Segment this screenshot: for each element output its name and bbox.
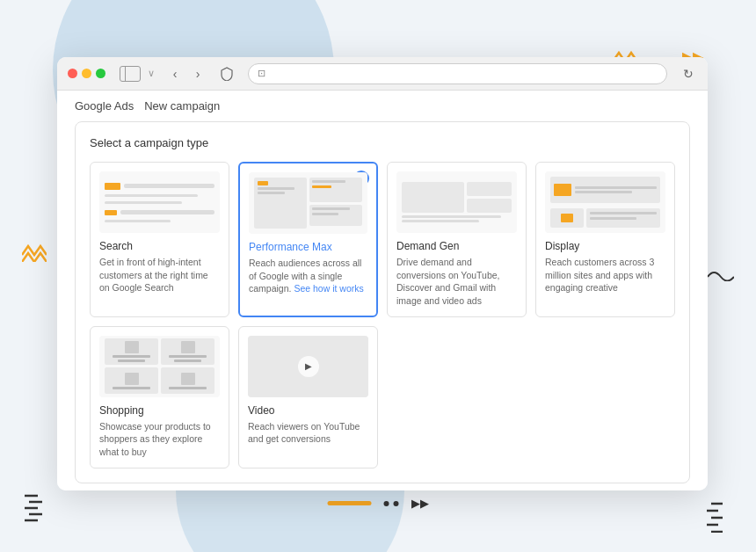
campaign-type-panel: Select a campaign type bbox=[75, 121, 690, 483]
card-desc-display: Reach customers across 3 million sites a… bbox=[545, 256, 665, 294]
card-desc-shopping: Showcase your products to shoppers as th… bbox=[99, 420, 220, 459]
dot-2 bbox=[394, 501, 399, 506]
card-thumbnail-perfmax bbox=[249, 172, 367, 234]
close-button[interactable] bbox=[68, 69, 77, 78]
campaign-card-perfmax[interactable]: ✓ bbox=[238, 162, 378, 317]
shield-icon bbox=[218, 65, 236, 83]
breadcrumb-current: New campaign bbox=[144, 99, 220, 113]
bottom-play-icon: ▶▶ bbox=[411, 497, 429, 510]
card-thumbnail-shopping bbox=[99, 336, 220, 397]
minimize-button[interactable] bbox=[82, 69, 91, 78]
campaign-card-demandgen[interactable]: Demand Gen Drive demand and conversions … bbox=[387, 162, 527, 317]
address-bar[interactable]: ⊡ bbox=[248, 63, 667, 84]
bottom-bar: ▶▶ bbox=[328, 497, 429, 510]
campaign-card-shopping[interactable]: Shopping Showcase your products to shopp… bbox=[90, 326, 229, 468]
main-content: Select a campaign type bbox=[57, 118, 708, 490]
address-bar-tab-icon: ⊡ bbox=[258, 68, 265, 79]
maximize-button[interactable] bbox=[96, 69, 105, 78]
bottom-orange-indicator bbox=[328, 501, 372, 505]
browser-nav: ‹ › bbox=[165, 64, 207, 84]
card-thumbnail-search bbox=[99, 171, 220, 233]
card-title-shopping: Shopping bbox=[99, 404, 220, 417]
sidebar-toggle-button[interactable] bbox=[120, 66, 141, 82]
browser-window: ∨ ‹ › ⊡ ↻ Google Ads New campaign Select… bbox=[57, 57, 708, 490]
bottom-dots bbox=[384, 501, 399, 506]
nav-back-button[interactable]: ‹ bbox=[165, 64, 185, 84]
sidebar-chevron-icon: ∨ bbox=[148, 68, 155, 79]
campaign-card-grid-row1: Search Get in front of high-intent custo… bbox=[90, 162, 675, 317]
card-desc-video: Reach viewers on YouTube and get convers… bbox=[248, 420, 368, 446]
card-title-search: Search bbox=[99, 240, 220, 252]
card-link-perfmax[interactable]: See how it works bbox=[294, 283, 363, 294]
video-play-icon: ▶ bbox=[298, 356, 319, 377]
card-title-perfmax: Performance Max bbox=[249, 241, 367, 253]
card-desc-perfmax: Reach audiences across all of Google wit… bbox=[249, 257, 367, 295]
browser-toolbar: ∨ ‹ › ⊡ ↻ bbox=[57, 57, 708, 91]
dot-1 bbox=[384, 501, 389, 506]
card-thumbnail-video: ▶ bbox=[248, 336, 368, 397]
card-thumbnail-display bbox=[545, 171, 665, 233]
deco-wave-right bbox=[708, 264, 734, 286]
breadcrumb-parent: Google Ads bbox=[75, 99, 134, 113]
card-placeholder-2 bbox=[535, 326, 675, 468]
refresh-button[interactable]: ↻ bbox=[680, 65, 697, 83]
deco-zigzag-left bbox=[22, 237, 47, 265]
browser-window-controls bbox=[68, 69, 105, 78]
card-desc-search: Get in front of high-intent customers at… bbox=[99, 256, 220, 294]
nav-forward-button[interactable]: › bbox=[188, 64, 207, 84]
campaign-card-grid-row2: Shopping Showcase your products to shopp… bbox=[90, 326, 675, 468]
card-title-display: Display bbox=[545, 240, 665, 252]
breadcrumb: Google Ads New campaign bbox=[57, 91, 708, 118]
panel-title: Select a campaign type bbox=[90, 136, 675, 149]
card-desc-demandgen: Drive demand and conversions on YouTube,… bbox=[396, 256, 517, 308]
campaign-card-display[interactable]: Display Reach customers across 3 million… bbox=[535, 162, 675, 317]
campaign-card-search[interactable]: Search Get in front of high-intent custo… bbox=[90, 162, 229, 317]
deco-lines-bottom-left bbox=[25, 491, 60, 526]
browser-content: Google Ads New campaign Select a campaig… bbox=[57, 91, 708, 490]
card-thumbnail-demandgen bbox=[396, 171, 517, 233]
card-title-video: Video bbox=[248, 404, 368, 417]
card-title-demandgen: Demand Gen bbox=[396, 240, 517, 252]
card-placeholder-1 bbox=[387, 326, 527, 468]
campaign-card-video[interactable]: ▶ Video Reach viewers on YouTube and get… bbox=[238, 326, 378, 468]
deco-lines-bottom-right bbox=[707, 499, 740, 536]
